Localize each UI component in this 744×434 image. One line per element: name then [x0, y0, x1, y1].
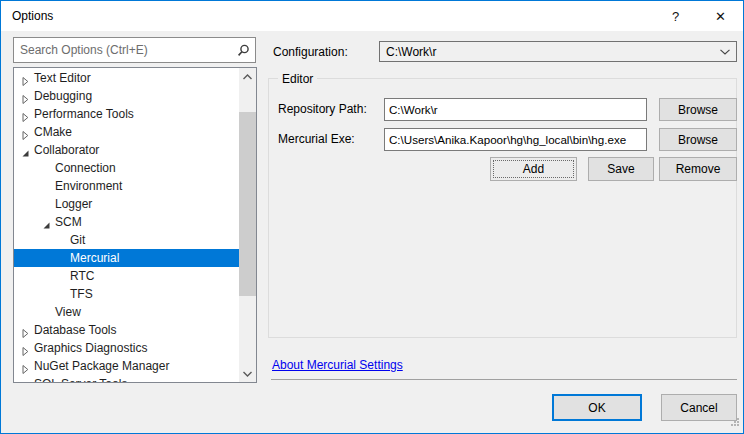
tree-item-label: TFS [70, 285, 93, 303]
ok-button[interactable]: OK [552, 394, 642, 421]
resize-grip-icon[interactable] [730, 416, 740, 430]
configuration-dropdown[interactable]: C:\Work\r [379, 41, 737, 62]
scroll-down-icon[interactable] [239, 365, 256, 382]
close-icon: ✕ [715, 9, 726, 24]
tree-item-label: Collaborator [34, 141, 99, 159]
close-button[interactable]: ✕ [698, 1, 743, 31]
tree-item-connection[interactable]: Connection [14, 159, 239, 177]
repository-path-input[interactable]: C:\Work\r [384, 98, 647, 121]
tree-item-debugging[interactable]: Debugging [14, 87, 239, 105]
save-button[interactable]: Save [588, 157, 654, 181]
footer-divider [271, 379, 737, 380]
tree-item-rtc[interactable]: RTC [14, 267, 239, 285]
scroll-up-icon[interactable] [239, 68, 256, 85]
options-tree: Text EditorDebuggingPerformance ToolsCMa… [13, 67, 257, 383]
expander-collapsed-icon[interactable] [21, 343, 31, 353]
tree-item-database-tools[interactable]: Database Tools [14, 321, 239, 339]
title-bar: Options ? ✕ [1, 1, 743, 31]
configuration-value: C:\Work\r [380, 45, 714, 59]
repository-path-label: Repository Path: [278, 102, 367, 116]
expander-collapsed-icon[interactable] [21, 91, 31, 101]
tree-item-nuget-package-manager[interactable]: NuGet Package Manager [14, 357, 239, 375]
tree-item-git[interactable]: Git [14, 231, 239, 249]
search-placeholder: Search Options (Ctrl+E) [14, 43, 231, 57]
cancel-button[interactable]: Cancel [661, 394, 737, 421]
tree-item-environment[interactable]: Environment [14, 177, 239, 195]
expander-collapsed-icon[interactable] [21, 109, 31, 119]
tree-item-label: CMake [34, 123, 72, 141]
tree-item-label: RTC [70, 267, 94, 285]
search-icon[interactable] [231, 44, 255, 57]
tree-scrollbar[interactable] [239, 68, 256, 382]
options-dialog: Options ? ✕ Search Options (Ctrl+E) Text… [0, 0, 744, 434]
tree-item-label: NuGet Package Manager [34, 357, 169, 375]
tree-item-label: Mercurial [70, 249, 119, 267]
expander-expanded-icon[interactable] [42, 217, 52, 227]
help-button[interactable]: ? [653, 1, 698, 31]
tree-item-label: Performance Tools [34, 105, 134, 123]
add-button[interactable]: Add [490, 157, 577, 181]
tree-item-label: SCM [55, 213, 82, 231]
tree-item-collaborator[interactable]: Collaborator [14, 141, 239, 159]
about-mercurial-settings-link[interactable]: About Mercurial Settings [272, 358, 403, 372]
window-title: Options [1, 9, 653, 23]
tree-item-sql-server-tools[interactable]: SQL Server Tools [14, 375, 239, 383]
tree-item-label: Connection [55, 159, 116, 177]
expander-collapsed-icon[interactable] [21, 325, 31, 335]
expander-expanded-icon[interactable] [21, 145, 31, 155]
tree-item-label: SQL Server Tools [34, 375, 127, 383]
editor-group-title: Editor [278, 72, 317, 86]
tree-item-label: Text Editor [34, 69, 91, 87]
tree-item-label: Database Tools [34, 321, 117, 339]
tree-item-text-editor[interactable]: Text Editor [14, 69, 239, 87]
tree-item-label: Graphics Diagnostics [34, 339, 147, 357]
tree-item-graphics-diagnostics[interactable]: Graphics Diagnostics [14, 339, 239, 357]
tree-item-tfs[interactable]: TFS [14, 285, 239, 303]
tree-item-logger[interactable]: Logger [14, 195, 239, 213]
tree-item-view[interactable]: View [14, 303, 239, 321]
tree-item-mercurial[interactable]: Mercurial [14, 249, 239, 267]
scrollbar-thumb[interactable] [239, 112, 256, 296]
expander-collapsed-icon[interactable] [21, 73, 31, 83]
tree-item-label: Logger [55, 195, 92, 213]
chevron-down-icon [714, 49, 736, 55]
configuration-label: Configuration: [273, 45, 348, 59]
expander-collapsed-icon[interactable] [21, 379, 31, 383]
mercurial-exe-input[interactable]: C:\Users\Anika.Kapoor\hg\hg_local\bin\hg… [384, 128, 647, 151]
search-input[interactable]: Search Options (Ctrl+E) [13, 37, 256, 63]
tree-item-cmake[interactable]: CMake [14, 123, 239, 141]
expander-collapsed-icon[interactable] [21, 361, 31, 371]
repository-path-browse-button[interactable]: Browse [659, 98, 737, 121]
tree-item-performance-tools[interactable]: Performance Tools [14, 105, 239, 123]
tree-item-label: Debugging [34, 87, 92, 105]
help-icon: ? [672, 9, 679, 24]
remove-button[interactable]: Remove [659, 157, 737, 181]
mercurial-exe-label: Mercurial Exe: [278, 132, 355, 146]
expander-collapsed-icon[interactable] [21, 127, 31, 137]
mercurial-exe-browse-button[interactable]: Browse [659, 128, 737, 151]
tree-item-scm[interactable]: SCM [14, 213, 239, 231]
tree-item-label: Git [70, 231, 85, 249]
tree-item-label: View [55, 303, 81, 321]
tree-item-label: Environment [55, 177, 122, 195]
